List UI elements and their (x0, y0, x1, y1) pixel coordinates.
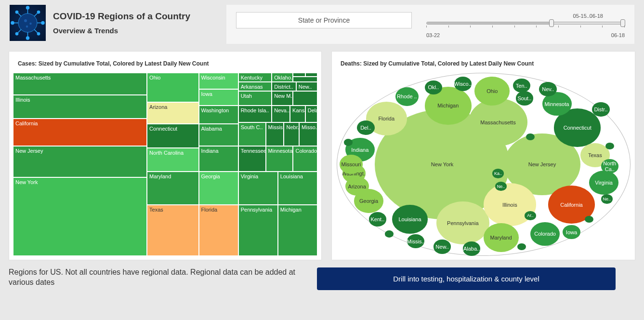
treemap-cell[interactable]: Utah (238, 91, 272, 106)
treemap-cell[interactable]: Kentucky (238, 73, 272, 82)
treemap-cell[interactable]: Georgia (199, 172, 238, 204)
treemap-cell[interactable]: Washington (199, 106, 238, 124)
treemap-cell[interactable]: Colorado (293, 146, 317, 172)
svg-point-12 (37, 11, 39, 13)
bubble[interactable]: Maryland (484, 223, 519, 252)
treemap-cell[interactable]: District.. (272, 82, 296, 91)
bubble[interactable]: Colorado (530, 222, 560, 246)
treemap-cell[interactable]: Neva.. (272, 106, 290, 122)
header: COVID-19 Regions of a Country Overview &… (0, 0, 644, 46)
svg-point-4 (26, 37, 29, 40)
slider-range-label: 05-15..06-18 (573, 13, 603, 19)
treemap-cell[interactable]: South C.. (238, 122, 266, 146)
bubble[interactable]: Ohio (474, 77, 510, 105)
slider-track[interactable] (426, 22, 625, 25)
bubble[interactable] (605, 143, 614, 150)
treemap-cell[interactable]: Iowa (199, 89, 238, 106)
bubble[interactable]: New.. (434, 240, 451, 254)
bubble[interactable]: Sout.. (516, 91, 534, 106)
svg-line-13 (18, 29, 22, 33)
titles: COVID-19 Regions of a Country Overview &… (53, 11, 190, 35)
deaths-bubble-chart[interactable]: New YorkNew JerseyMassachusettsMichiganP… (337, 73, 631, 256)
treemap-cell[interactable]: Texas (147, 205, 198, 256)
svg-point-8 (41, 22, 44, 25)
bubble[interactable]: Ne.. (601, 194, 613, 204)
treemap-cell[interactable]: Massachusetts (13, 73, 147, 95)
svg-line-15 (34, 29, 38, 33)
bubble[interactable]: Okl.. (425, 80, 443, 95)
bubble[interactable]: Missouri (340, 155, 363, 174)
drill-button[interactable]: Drill into testing, hospitalization & co… (317, 267, 616, 290)
virus-icon (10, 5, 46, 41)
footer-note: Regions for US. Not all countries have r… (9, 267, 307, 288)
bubble[interactable]: Alaba.. (463, 241, 481, 256)
treemap-cell[interactable]: Misso.. (299, 122, 317, 146)
treemap-cell[interactable]: Dela.. (305, 106, 317, 122)
bubble[interactable]: Iowa (563, 225, 580, 240)
bubble[interactable]: Virginia (589, 171, 618, 194)
treemap-cell[interactable]: Virginia (238, 172, 278, 204)
treemap-cell[interactable]: Louisiana (278, 172, 317, 204)
deaths-panel: Deaths: Sized by Cumulative Total, Color… (331, 51, 635, 260)
treemap-cell[interactable]: Maryland (147, 172, 198, 204)
treemap-cell[interactable]: Oklaho.. (272, 73, 293, 82)
bubble[interactable] (517, 243, 526, 251)
bubble[interactable]: Ka.. (492, 169, 504, 178)
svg-line-11 (34, 13, 38, 17)
treemap-cell[interactable]: Nebr.. (284, 122, 299, 146)
bubble[interactable]: Del.. (357, 120, 375, 135)
state-province-dropdown[interactable]: State or Province (236, 12, 412, 28)
bubble[interactable]: Nev.. (539, 82, 557, 96)
footer: Regions for US. Not all countries have r… (0, 263, 644, 295)
svg-point-10 (15, 11, 18, 13)
treemap-cell[interactable] (293, 77, 317, 82)
treemap-cell[interactable]: Rhode Isla.. (238, 106, 272, 122)
treemap-cell[interactable]: New Jersey (13, 146, 147, 177)
bubble[interactable]: Kent.. (369, 212, 387, 227)
treemap-cell[interactable]: Indiana (199, 146, 238, 172)
deaths-panel-title: Deaths: Sized by Cumulative Total, Color… (336, 60, 631, 67)
bubble[interactable]: Distr.. (592, 102, 610, 117)
treemap-cell[interactable]: Minnesota (266, 146, 293, 172)
svg-point-19 (26, 26, 28, 28)
treemap-cell[interactable]: California (13, 119, 147, 146)
bubble[interactable]: North Ca.. (601, 159, 619, 173)
bubble[interactable]: Wisco.. (454, 77, 472, 91)
svg-point-17 (24, 19, 27, 22)
treemap-cell[interactable]: Illinois (13, 95, 147, 119)
treemap-cell[interactable]: Ohio (147, 73, 198, 102)
treemap-cell[interactable]: Alabama (199, 124, 238, 146)
treemap-cell[interactable]: Florida (199, 205, 238, 256)
treemap-cell[interactable]: Pennsylvania (238, 205, 278, 256)
date-range-slider[interactable]: 05-15..06-18 03-22 06-18 (426, 12, 625, 39)
svg-point-18 (29, 23, 32, 25)
bubble[interactable] (344, 139, 353, 146)
bubble[interactable] (385, 230, 394, 238)
treemap-cell[interactable]: Tennessee (238, 146, 266, 172)
charts-row: Cases: Sized by Cumulative Total, Colore… (0, 46, 644, 263)
cases-treemap[interactable]: MassachusettsIllinoisCaliforniaNew Jerse… (13, 73, 317, 256)
svg-point-6 (11, 22, 14, 25)
bubble[interactable]: Rhode .. (395, 87, 419, 107)
bubble[interactable]: Louisiana (392, 205, 427, 233)
slider-labels: 03-22 06-18 (426, 32, 625, 39)
treemap-cell[interactable]: Arizona (147, 102, 198, 124)
bubble[interactable]: Arizona (345, 177, 369, 196)
svg-point-2 (26, 6, 29, 9)
bubble[interactable]: Massachusetts (469, 98, 527, 146)
svg-point-14 (15, 32, 18, 35)
treemap-cell[interactable]: Kansa.. (290, 106, 305, 122)
bubble[interactable]: Pennsylvania (436, 201, 489, 244)
slider-min-label: 03-22 (426, 32, 440, 38)
treemap-cell[interactable]: North Carolina (147, 148, 198, 172)
treemap-cell[interactable]: Connecticut (147, 124, 198, 147)
treemap-cell[interactable]: Michigan (278, 205, 317, 256)
treemap-cell[interactable]: Wisconsin (199, 73, 238, 89)
treemap-cell[interactable]: New M.. (272, 91, 293, 106)
treemap-cell[interactable]: Arkansas (238, 82, 272, 91)
treemap-cell[interactable] (293, 91, 317, 106)
slider-ticks (426, 26, 625, 32)
treemap-cell[interactable]: New.. (296, 82, 317, 91)
treemap-cell[interactable]: Missis.. (266, 122, 284, 146)
treemap-cell[interactable]: New York (13, 177, 147, 256)
